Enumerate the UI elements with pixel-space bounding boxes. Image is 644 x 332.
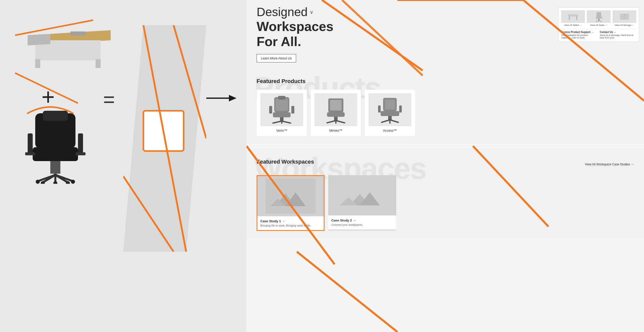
svg-point-23	[71, 180, 75, 184]
workspace-card-2[interactable]: Case Study 2 → Connect your workplaces.	[328, 175, 396, 231]
workspaces-section: Workspaces Featured Workspaces View All …	[247, 149, 644, 238]
product-card-access[interactable]: Access™	[365, 90, 415, 136]
svg-line-70	[382, 120, 390, 122]
contact-title: Contact Us →	[600, 31, 636, 33]
svg-line-31	[174, 25, 206, 138]
storage-img	[613, 10, 636, 23]
svg-rect-35	[568, 14, 578, 16]
svg-marker-27	[123, 25, 206, 252]
workspaces-header: Featured Workspaces View All Workspace C…	[257, 159, 634, 170]
svg-line-85	[297, 252, 397, 332]
mimeo-img	[314, 93, 357, 126]
contact-desc: Send us a Message. We'd love to hear fro…	[600, 34, 636, 39]
hero-title-designed: Designed ∨	[257, 5, 333, 19]
seats-label: View All Seats →	[590, 24, 607, 26]
tables-img	[561, 10, 585, 23]
seats-img	[587, 10, 611, 23]
svg-rect-67	[378, 105, 381, 113]
workspace-card-2-title: Case Study 2 →	[331, 218, 393, 222]
svg-line-30	[143, 25, 186, 252]
products-section: Products Featured Products	[247, 68, 644, 144]
tables-cell[interactable]: View All Tables →	[561, 10, 585, 26]
svg-rect-77	[337, 178, 387, 213]
plus-symbol: +	[42, 86, 55, 108]
view-all-link[interactable]: View All Workspace Case Studies →	[585, 163, 634, 166]
product-support-cell[interactable]: Access Product Support → Documentation f…	[561, 31, 598, 39]
hero-product-row-top: View All Tables → View All Seats →	[561, 10, 636, 26]
svg-rect-40	[598, 19, 599, 21]
access-img	[369, 93, 411, 126]
workspace-card-2-info: Case Study 2 → Connect your workplaces.	[328, 215, 396, 229]
svg-rect-50	[273, 112, 291, 117]
right-section: Designed ∨ Workspaces For All. Learn Mor…	[247, 0, 644, 332]
svg-rect-73	[265, 178, 316, 214]
svg-line-54	[273, 121, 282, 123]
svg-rect-48	[275, 98, 288, 111]
workspace-card-2-img	[328, 175, 396, 215]
learn-more-button[interactable]: Learn More About Us	[257, 54, 296, 62]
svg-rect-4	[35, 59, 40, 68]
workspace-card-2-desc: Connect your workplaces.	[331, 223, 393, 226]
products-section-title: Featured Products	[257, 78, 634, 85]
svg-rect-68	[399, 105, 402, 113]
mimeo-name: Mimeo™	[314, 129, 357, 132]
svg-point-22	[36, 180, 40, 184]
svg-rect-13	[78, 133, 83, 154]
contact-cell[interactable]: Contact Us → Send us a Message. We'd lov…	[600, 31, 636, 39]
svg-marker-6	[28, 34, 50, 45]
svg-line-42	[599, 21, 602, 22]
svg-line-32	[123, 176, 174, 252]
svg-rect-39	[596, 17, 602, 19]
svg-rect-37	[576, 16, 577, 20]
workspace-card-1-title: Case Study 1 →	[260, 219, 321, 223]
storage-cell[interactable]: View All Storage →	[613, 10, 636, 26]
svg-rect-9	[43, 111, 68, 121]
svg-rect-38	[596, 12, 601, 17]
seats-cell[interactable]: View All Seats →	[587, 10, 611, 26]
product-card-mimeo[interactable]: Mimeo™	[311, 90, 361, 136]
svg-marker-34	[229, 95, 236, 101]
hero-products-grid: View All Tables → View All Seats →	[558, 8, 639, 42]
svg-rect-52	[291, 106, 294, 114]
svg-rect-29	[143, 111, 184, 151]
left-section: +	[0, 0, 247, 332]
access-name: Access™	[369, 129, 411, 132]
svg-point-45	[624, 15, 625, 16]
product-support-desc: Documentation for product materials, col…	[561, 34, 598, 39]
svg-line-62	[336, 121, 345, 123]
svg-rect-49	[278, 96, 286, 100]
svg-rect-14	[75, 152, 86, 155]
product-support-title: Access Product Support →	[561, 31, 598, 33]
dropdown-arrow-icon: ∨	[310, 9, 313, 15]
verto-img	[260, 93, 303, 126]
svg-rect-5	[96, 59, 101, 68]
workspace-card-1-desc: Bringing life to work. Bringing work to …	[260, 224, 321, 227]
hero-text: Designed ∨ Workspaces For All. Learn Mor…	[257, 5, 333, 62]
desk-image	[20, 15, 116, 70]
svg-rect-59	[327, 112, 345, 117]
product-card-verto[interactable]: Verto™	[257, 90, 307, 136]
svg-rect-66	[381, 111, 399, 116]
workspace-card-1-info: Case Study 1 → Bringing life to work. Br…	[257, 216, 324, 230]
svg-rect-28	[143, 111, 184, 151]
arrow-right	[206, 92, 236, 104]
verto-name: Verto™	[260, 129, 303, 132]
svg-rect-58	[330, 100, 342, 110]
svg-rect-65	[385, 99, 395, 109]
svg-rect-36	[569, 16, 570, 20]
svg-line-41	[596, 21, 599, 22]
workspace-card-1[interactable]: Case Study 1 → Bringing life to work. Br…	[257, 175, 325, 231]
hero-title-workspaces: Workspaces	[257, 19, 333, 34]
workspace-card-1-img	[257, 176, 324, 216]
designed-label: Designed	[257, 5, 308, 19]
svg-line-71	[390, 120, 398, 122]
tables-label: View All Tables →	[564, 24, 582, 26]
hero-support-row: Access Product Support → Documentation f…	[561, 28, 636, 39]
svg-line-55	[282, 121, 291, 123]
svg-line-61	[327, 121, 336, 123]
equals-symbol: =	[103, 89, 115, 109]
workspace-cards: Case Study 1 → Bringing life to work. Br…	[257, 175, 634, 231]
svg-rect-11	[28, 133, 33, 154]
workspaces-section-title: Featured Workspaces	[257, 159, 314, 165]
svg-rect-15	[50, 161, 60, 174]
